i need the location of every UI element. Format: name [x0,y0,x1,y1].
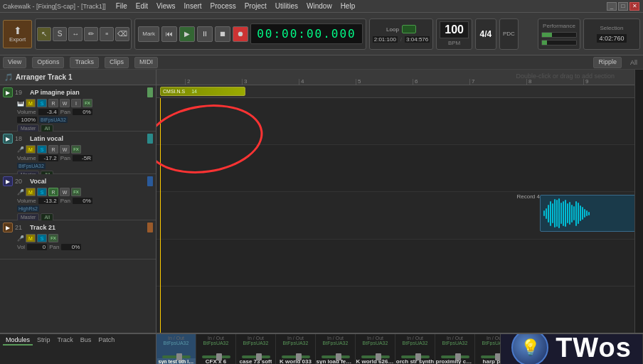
draw-even-tool[interactable]: ≡ [100,27,114,41]
menu-help[interactable]: Help [336,1,360,11]
tab-track[interactable]: Track [55,336,76,346]
track-20-s-btn[interactable]: S [37,188,47,196]
ch6-fader[interactable] [361,346,390,358]
erase-tool[interactable]: ⌫ [115,27,129,41]
smart-tool[interactable]: S [53,27,67,41]
waveform-clip[interactable] [540,195,636,232]
menu-process[interactable]: Process [206,1,240,11]
ch7-fader[interactable] [401,346,430,358]
menu-utilities[interactable]: Utilities [271,1,302,11]
track-20-mute[interactable]: ▶ [3,176,13,186]
ch1-fader[interactable] [162,346,191,358]
track-19-mute[interactable]: ▶ [3,87,13,97]
track-19-w-btn[interactable]: W [60,99,70,107]
maximize-btn[interactable]: □ [618,2,628,11]
track-19-m-btn[interactable]: M [26,99,36,107]
track-18-s-btn[interactable]: S [37,145,47,154]
track-21-m-btn[interactable]: M [26,234,36,242]
track-21-s-btn[interactable]: S [37,234,47,242]
loop-start[interactable]: 2:01:100 [373,36,398,43]
tab-patch[interactable]: Patch [95,336,117,346]
track-lane-21[interactable] [156,240,643,287]
clips-btn[interactable]: Clips [105,57,129,68]
loop-end[interactable]: 3:04:576 [405,36,430,43]
track-19-output[interactable]: BtFpsUA32 [39,117,68,123]
channel-6[interactable]: In / Out BtFpsUA32 K world 626 hyn 6 [356,334,395,364]
loop-toggle[interactable] [402,25,416,33]
track-21-fx-btn[interactable]: FX [48,234,58,242]
channel-3[interactable]: In / Out BtFpsUA32 case 73 soft 3 [236,334,276,364]
track-18-r-btn[interactable]: R [48,145,58,154]
track-21-vol-val[interactable]: 0 [27,244,47,250]
ch2-fader[interactable] [202,346,230,358]
menu-project[interactable]: Project [240,1,271,11]
track-20-r-btn[interactable]: R [48,188,58,196]
track-19-r-btn[interactable]: R [48,99,58,107]
track-18-vol-val[interactable]: -17.2 [38,155,58,161]
bpm-value[interactable]: 100 [440,21,469,38]
track-20-m-btn[interactable]: M [26,188,36,196]
options-btn[interactable]: Options [32,57,64,68]
marker-btn[interactable]: Mark [138,26,159,42]
minimize-btn[interactable]: _ [607,2,617,11]
track-18-m-btn[interactable]: M [26,145,36,154]
export-button[interactable]: ⬆ Export [3,20,32,48]
stop-btn[interactable]: ⏹ [215,26,230,42]
channel-7[interactable]: In / Out BtFpsUA32 orch str synth 7 [395,334,435,364]
channel-5[interactable]: In / Out BtFpsUA32 syn load feeling 5 [316,334,356,364]
track-19-gain-val[interactable]: 100% [17,117,37,123]
track-21-mute[interactable]: ▶ [3,223,13,232]
track-20-pan-val[interactable]: 0% [73,198,92,204]
track-20-vol-val[interactable]: -13.2 [38,198,58,204]
track-20-fx-btn[interactable]: FX [71,188,81,196]
channel-2[interactable]: In / Out BtFpsUA32 CFX x 6 2 [196,334,236,364]
tab-strip[interactable]: Strip [34,336,53,346]
track-19-input-btn[interactable]: I [71,99,81,107]
rewind-btn[interactable]: ⏮ [161,26,177,42]
view-btn[interactable]: View [3,57,26,68]
track-header-20[interactable]: ▶ 20 Vocal 🎤 M S R W FX Volume -13.2 Pan… [0,174,156,220]
ch8-fader[interactable] [441,346,469,358]
menu-edit[interactable]: Edit [132,1,152,11]
pause-btn[interactable]: ⏸ [197,26,213,42]
track-19-fx-btn[interactable]: FX [83,99,92,107]
channel-8[interactable]: In / Out BtFpsUA32 proximity choir 8 [435,334,475,364]
track-19-s-btn[interactable]: S [37,99,47,107]
track-18-mute[interactable]: ▶ [3,134,13,144]
track-18-output[interactable]: BtFpsUA32 [17,163,46,169]
edit-tool[interactable]: ✏ [84,27,98,41]
track-20-output[interactable]: HighRs2 [17,205,39,212]
ch3-fader[interactable] [242,346,270,358]
arranger-clip[interactable]: CMSI.N.S 14 [160,87,245,96]
time-sig[interactable]: 4/4 [480,29,492,39]
track-18-w-btn[interactable]: W [60,145,70,154]
menu-insert[interactable]: Insert [180,1,206,11]
track-lane-18[interactable] [156,145,643,192]
track-19-vol-val[interactable]: -3.4 [38,109,58,115]
tab-bus[interactable]: Bus [78,336,95,346]
menu-file[interactable]: File [112,1,132,11]
tracks-btn[interactable]: Tracks [70,57,99,68]
track-18-fx-btn[interactable]: FX [71,145,81,154]
ripple-btn[interactable]: Ripple [593,57,622,68]
track-19-pan-val[interactable]: 0% [73,109,92,115]
track-lane-19[interactable] [156,98,643,145]
track-18-pan-val[interactable]: -5R [73,155,92,161]
track-lane-20[interactable]: Record 4 [156,192,643,239]
ch5-fader[interactable] [322,346,350,358]
record-btn[interactable]: ⏺ [233,26,248,42]
empty-track-area[interactable] [156,287,643,333]
channel-4[interactable]: In / Out BtFpsUA32 K world 033 4 [276,334,316,364]
track-20-w-btn[interactable]: W [60,188,70,196]
close-btn[interactable]: ✕ [629,2,639,11]
track-header-21[interactable]: ▶ 21 Track 21 🎤 M S FX Vol 0 Pan 0% [0,220,156,259]
timeline-ruler[interactable]: 2 3 4 5 6 7 8 9 Double-click or drag to … [156,70,643,85]
midi-btn[interactable]: MIDI [134,57,158,68]
tab-modules[interactable]: Modules [3,336,33,346]
track-header-19[interactable]: ▶ 19 AP imagine pian 🎹 M S R W I FX Volu… [0,85,156,132]
menu-window[interactable]: Window [302,1,336,11]
track-header-18[interactable]: ▶ 18 Latin vocal 🎤 M S R W FX Volume -17… [0,132,156,174]
move-tool[interactable]: ↔ [68,27,83,41]
track-21-pan-val[interactable]: 0% [61,244,81,250]
menu-views[interactable]: Views [152,1,180,11]
